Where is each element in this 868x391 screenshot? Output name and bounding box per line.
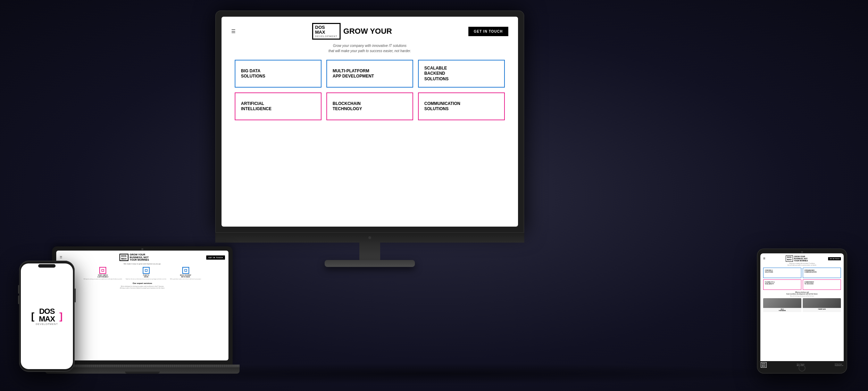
monitor-bezel-bottom [215,233,524,243]
laptop-headline-small: GROW YOURBUSINESS, NOTYOUR WORRIES [130,253,149,261]
laptop-service-desc-1: We begin by making your project as strai… [84,279,123,280]
tablet-cta-button[interactable]: GET IN TOUCH [828,257,841,260]
laptop-screen: ☰ DOSMAX GROW YOURBUSINESS, NOTYOUR WORR… [56,251,228,360]
phone-bracket-left: [ [31,311,34,321]
laptop-keyboard [45,365,240,367]
laptop-logo: DOSMAX GROW YOURBUSINESS, NOTYOUR WORRIE… [119,253,149,261]
tablet-hamburger-icon: ☰ [763,257,765,260]
laptop-logo-box: DOSMAX [119,254,128,261]
tablet-card-communication: STREAMLINEDCOMMUNICATION [803,268,841,278]
phone-vol-up [18,285,19,294]
tablet-sub: Grow your company with innovative IT sol… [763,263,841,266]
tablet-team-card-1: NIELSTHIERBAIKEN [763,298,801,312]
monitor-base [325,260,415,267]
tablet-site: ☰ DOSMAX GROW YOURBUSINESS, NOTYOUR WORR… [760,253,844,369]
laptop-service-label-1: START SIMPLE& AFFORDABLE [84,275,123,278]
monitor-logo-tagline: GROW YOUR [343,27,392,35]
monitor-card-ai: ARTIFICIALINTELLIGENCE [235,92,322,120]
monitor-housing: ☰ DOS MAX DEVELOPMENT GROW YOUR GET IN T… [215,10,524,233]
laptop-device: ☰ DOSMAX GROW YOURBUSINESS, NOTYOUR WORR… [52,246,240,374]
tablet-camera [801,251,803,253]
tablet-card-commitment: COMMITMENTTO SUCCESS [803,279,841,290]
laptop-nav: ☰ DOSMAX GROW YOURBUSINESS, NOTYOUR WORR… [60,253,225,261]
phone-screen: [ DOS MAX DEVELOPMENT ] [21,263,73,369]
tablet-housing: ☰ DOSMAX GROW YOURBUSINESS, NOTYOUR WORR… [757,249,847,374]
laptop-expert-title: Our expert services [60,282,225,284]
phone-side-button [75,288,76,302]
monitor-card-backend: SCALABLEBACKENDSOLUTIONS [418,60,505,88]
tablet-service-grid: CONCISE &SOLUTIONS STREAMLINEDCOMMUNICAT… [763,268,841,290]
laptop-services: START SIMPLE& AFFORDABLE We begin by mak… [60,267,225,280]
monitor-service-grid: BIG DATASOLUTIONS MULTI-PLATFORMAPP DEVE… [231,60,508,120]
monitor-card-blockchain: BLOCKCHAINTECHNOLOGY [326,92,413,120]
phone-notch [38,264,56,268]
phone-logo-max: MAX [39,315,55,323]
laptop-expert-sub: We're dedicated to driving innovation an… [60,285,225,289]
tablet-card-concise: CONCISE &SOLUTIONS [763,268,801,278]
tablet-section-sub: Why soft technology development will fue… [763,295,841,297]
monitor-screen: ☰ DOS MAX DEVELOPMENT GROW YOUR GET IN T… [222,17,518,227]
laptop-service-label-3: BUILD ON WHATWE'VE MADE [170,275,201,278]
laptop-service-desc-3: With a great base in place, we're all se… [170,279,201,280]
tablet-footer-address: 123 Tech Streetinfo@dosmax.com [835,364,843,366]
scene: [ DOS MAX DEVELOPMENT ] [0,0,868,391]
laptop-site: ☰ DOSMAX GROW YOURBUSINESS, NOTYOUR WORR… [56,251,228,360]
laptop-service-icon-2 [143,267,150,274]
tablet-team-row: NIELSTHIERBAIKEN THIERRY ALEN [763,298,841,312]
monitor-logo-area: DOS MAX DEVELOPMENT GROW YOUR [312,23,392,40]
monitor-subtext: Grow your company with innovative IT sol… [231,43,508,54]
tablet-team-name-1: NIELSTHIERBAIKEN [763,308,801,312]
monitor-logo-box: DOS MAX DEVELOPMENT [312,23,341,40]
phone-logo-dev: DEVELOPMENT [36,323,58,325]
laptop-service-desc-2: Right from the start, we think about how… [126,279,167,280]
tablet-home-button[interactable] [799,365,806,372]
laptop-base [45,367,240,374]
monitor-nav: ☰ DOS MAX DEVELOPMENT GROW YOUR GET IN T… [231,23,508,40]
tablet-logo-area: DOSMAX GROW YOURBUSINESS, NOTYOUR WORRIE… [786,255,808,262]
tablet-team-img-1 [763,298,801,308]
laptop-webcam [141,248,143,250]
laptop-service-icon-3 [182,267,189,274]
svg-rect-2 [185,269,187,271]
tablet-team-card-2: THIERRY ALEN [803,298,841,312]
laptop-screen-housing: ☰ DOSMAX GROW YOURBUSINESS, NOTYOUR WORR… [52,246,233,365]
tablet-team-img-2 [803,298,841,308]
laptop-service-2: PLAN TOGROW Right from the start, we thi… [126,267,167,280]
monitor-card-multiplatform: MULTI-PLATFORMAPP DEVELOPMENT [326,60,413,88]
phone-bracket-right: ] [59,311,62,321]
tablet-footer-logo: DOSMAX [761,362,767,368]
monitor-card-bigdata: BIG DATASOLUTIONS [235,60,322,88]
svg-rect-1 [145,269,147,271]
tablet-nav: ☰ DOSMAX GROW YOURBUSINESS, NOTYOUR WORR… [763,255,841,262]
phone-vol-down [18,295,19,304]
tablet-device: ☰ DOSMAX GROW YOURBUSINESS, NOTYOUR WORR… [757,249,847,374]
tablet-card-flexibility: FLEXIBILITY &SCALABILITY [763,279,801,290]
laptop-service-3: BUILD ON WHATWE'VE MADE With a great bas… [170,267,201,280]
monitor-neck [359,243,380,260]
laptop-sub: We make it easy to grow and improve as y… [60,263,225,265]
tablet-screen: ☰ DOSMAX GROW YOURBUSINESS, NOTYOUR WORR… [760,253,844,369]
laptop-hamburger-icon: ☰ [60,256,62,259]
monitor-cta-button[interactable]: GET IN TOUCH [468,27,508,36]
phone-logo: [ DOS MAX DEVELOPMENT ] [31,308,63,325]
monitor-hamburger-icon[interactable]: ☰ [231,28,236,34]
tablet-tagline: GROW YOURBUSINESS, NOTYOUR WORRIES [794,255,808,262]
tablet-team-name-2: THIERRY ALEN [803,308,841,311]
svg-rect-0 [102,269,104,271]
phone-device: [ DOS MAX DEVELOPMENT ] [19,261,75,372]
monitor-camera [368,236,371,239]
tablet-section-title: What we believe andhow to achieve develo… [763,291,841,295]
laptop-cta-button[interactable]: GET IN TOUCH [206,255,225,260]
laptop-service-1: START SIMPLE& AFFORDABLE We begin by mak… [84,267,123,280]
desktop-monitor: ☰ DOS MAX DEVELOPMENT GROW YOUR GET IN T… [215,10,524,267]
laptop-service-label-2: PLAN TOGROW [126,275,167,278]
tablet-logo-box: DOSMAX [786,255,793,261]
laptop-service-icon-1 [99,267,106,274]
monitor-site: ☰ DOS MAX DEVELOPMENT GROW YOUR GET IN T… [222,17,518,227]
monitor-card-communication: COMMUNICATIONSOLUTIONS [418,92,505,120]
